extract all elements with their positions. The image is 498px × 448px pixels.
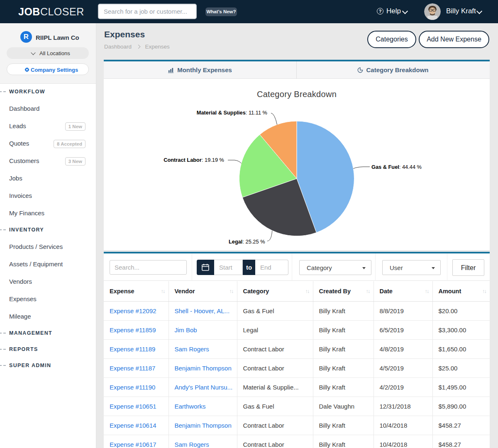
svg-text:Gas & Fuel: 44.44 %: Gas & Fuel: 44.44 % — [371, 164, 422, 170]
svg-text:Contract Labor: 19.19 %: Contract Labor: 19.19 % — [164, 157, 224, 163]
svg-text:Legal: 25.25 %: Legal: 25.25 % — [229, 239, 265, 245]
svg-text:Material & Supplies: 11.11 %: Material & Supplies: 11.11 % — [197, 110, 267, 116]
